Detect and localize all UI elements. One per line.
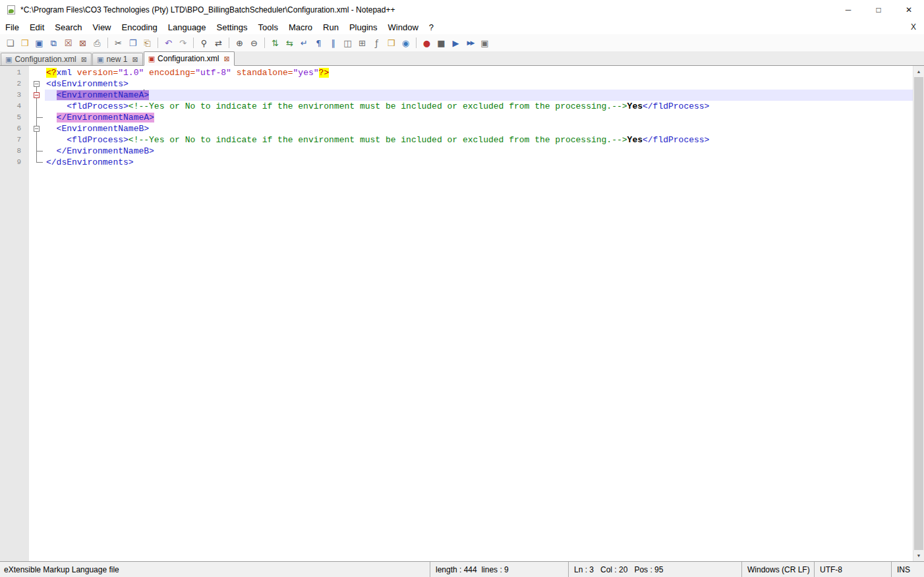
tab-close-icon[interactable]: ⊠ <box>81 56 87 63</box>
line-number-margin[interactable]: 123456789 <box>0 66 29 561</box>
open-folder-icon[interactable]: ❒ <box>18 37 31 49</box>
code-line-2[interactable]: <dsEnvironments> <box>45 78 913 90</box>
title-bar: *C:\Program Files\CO3 Technologies (Pty)… <box>0 0 924 20</box>
tab-close-icon[interactable]: ⊠ <box>132 56 138 63</box>
code-line-9[interactable]: </dsEnvironments> <box>45 157 913 168</box>
tab-2-new-1[interactable]: ▣new 1⊠ <box>92 53 143 65</box>
zoom-out-icon: ⊖ <box>250 39 258 47</box>
menu-item-encoding[interactable]: Encoding <box>117 20 163 34</box>
record-macro-icon[interactable]: ● <box>420 37 433 49</box>
find-icon: ⚲ <box>201 39 208 47</box>
playback-macro-icon[interactable]: ▶ <box>449 37 462 49</box>
code-line-7[interactable]: <fldProcess><!--Yes or No to indicate if… <box>45 134 913 146</box>
vertical-scrollbar[interactable]: ▲ ▼ <box>913 66 924 561</box>
code-line-6[interactable]: <EnvironmentNameB> <box>45 123 913 134</box>
saved-file-icon: ▣ <box>97 56 103 63</box>
show-indent-guide-icon[interactable]: ∥ <box>327 37 339 49</box>
menu-item-file[interactable]: File <box>0 20 24 34</box>
save-all-icon: ⧉ <box>51 39 57 47</box>
replace-icon[interactable]: ⇄ <box>212 37 225 49</box>
find-icon[interactable]: ⚲ <box>198 37 210 49</box>
save-all-icon[interactable]: ⧉ <box>47 37 60 49</box>
sync-vertical-scroll-icon: ⇅ <box>272 39 279 47</box>
fold-guide <box>29 101 45 112</box>
zoom-in-icon[interactable]: ⊕ <box>233 37 246 49</box>
cut-icon[interactable]: ✂ <box>112 37 125 49</box>
paste-icon[interactable]: ⎗ <box>141 37 154 49</box>
maximize-button[interactable]: □ <box>863 0 894 20</box>
zoom-in-icon: ⊕ <box>236 39 243 47</box>
redo-icon[interactable]: ↷ <box>177 37 189 49</box>
word-wrap-icon[interactable]: ↵ <box>298 37 310 49</box>
scroll-track[interactable] <box>913 77 924 550</box>
scroll-thumb[interactable] <box>914 77 923 550</box>
menu-item-language[interactable]: Language <box>163 20 212 34</box>
menu-item-plugins[interactable]: Plugins <box>344 20 383 34</box>
tab-label: Configuration.xml <box>158 55 219 63</box>
minimize-button[interactable]: ─ <box>833 0 863 20</box>
code-line-8[interactable]: </EnvironmentNameB> <box>45 146 913 157</box>
menu-item-window[interactable]: Window <box>383 20 424 34</box>
folder-as-workspace-icon[interactable]: ❒ <box>385 37 397 49</box>
scroll-down-arrow-icon[interactable]: ▼ <box>913 550 924 561</box>
document-map-icon[interactable]: ⊞ <box>356 37 368 49</box>
tab-label: new 1 <box>106 55 127 63</box>
stop-recording-icon[interactable]: ■ <box>435 37 448 49</box>
status-doctype: eXtensible Markup Language file <box>0 562 430 577</box>
menu-item-edit[interactable]: Edit <box>24 20 49 34</box>
sync-horizontal-scroll-icon[interactable]: ⇆ <box>283 37 296 49</box>
menu-item-search[interactable]: Search <box>49 20 87 34</box>
run-macro-multiple-times-icon[interactable]: ▶▶ <box>464 37 476 49</box>
close-all-icon[interactable]: ⊠ <box>76 37 89 49</box>
undo-icon[interactable]: ↶ <box>162 37 175 49</box>
status-bar: eXtensible Markup Language file length :… <box>0 561 924 577</box>
tab-1-configuration-xml[interactable]: ▣Configuration.xml⊠ <box>1 53 92 65</box>
tab-label: Configuration.xml <box>14 55 76 63</box>
saved-file-icon: ▣ <box>5 56 12 63</box>
tab-close-icon[interactable]: ⊠ <box>223 55 229 63</box>
code-line-1[interactable]: <?xml version="1.0" encoding="utf-8" sta… <box>45 67 913 78</box>
menu-item-settings[interactable]: Settings <box>212 20 253 34</box>
toolbar-separator <box>158 38 158 48</box>
menu-item-macro[interactable]: Macro <box>283 20 318 34</box>
fold-toggle-icon[interactable] <box>29 90 45 101</box>
print-icon[interactable]: ⎙ <box>91 37 103 49</box>
close-button[interactable]: ✕ <box>894 0 924 20</box>
redo-icon: ↷ <box>179 39 187 47</box>
copy-icon[interactable]: ❐ <box>127 37 139 49</box>
show-all-characters-icon: ¶ <box>316 39 321 47</box>
close-all-icon: ⊠ <box>79 39 86 47</box>
save-icon[interactable]: ▣ <box>33 37 45 49</box>
fold-toggle-icon[interactable] <box>29 78 45 90</box>
show-indent-guide-icon: ∥ <box>331 39 335 47</box>
menu-item-tools[interactable]: Tools <box>253 20 283 34</box>
sync-horizontal-scroll-icon: ⇆ <box>286 39 293 47</box>
open-folder-icon: ❒ <box>21 39 29 47</box>
text-editor[interactable]: <?xml version="1.0" encoding="utf-8" sta… <box>45 66 913 561</box>
menu-item-help[interactable]: ? <box>424 20 439 34</box>
code-line-4[interactable]: <fldProcess><!--Yes or No to indicate if… <box>45 101 913 112</box>
menu-item-view[interactable]: View <box>88 20 117 34</box>
fold-toggle-icon[interactable] <box>29 123 45 134</box>
fold-guide <box>29 134 45 146</box>
zoom-out-icon[interactable]: ⊖ <box>248 37 260 49</box>
menu-close-button[interactable]: X <box>903 22 924 32</box>
monitoring-icon[interactable]: ◉ <box>399 37 412 49</box>
code-line-5[interactable]: </EnvironmentNameA> <box>45 112 913 123</box>
status-insert-mode: INS <box>891 562 924 577</box>
menu-bar: FileEditSearchViewEncodingLanguageSettin… <box>0 20 924 34</box>
code-line-3[interactable]: <EnvironmentNameA> <box>45 90 913 101</box>
user-defined-dialog-icon[interactable]: ◫ <box>341 37 354 49</box>
scroll-up-arrow-icon[interactable]: ▲ <box>913 66 924 77</box>
notepadpp-app-icon <box>6 5 16 15</box>
menu-item-run[interactable]: Run <box>318 20 344 34</box>
show-all-characters-icon[interactable]: ¶ <box>312 37 325 49</box>
save-recorded-macro-icon[interactable]: ▣ <box>478 37 491 49</box>
close-file-icon[interactable]: ☒ <box>62 37 74 49</box>
fold-margin[interactable] <box>29 66 45 561</box>
function-list-icon[interactable]: ƒ <box>370 37 383 49</box>
sync-vertical-scroll-icon[interactable]: ⇅ <box>269 37 281 49</box>
new-file-icon[interactable]: ❏ <box>4 37 16 49</box>
toolbar-separator <box>416 38 417 48</box>
tab-3-configuration-xml[interactable]: ▣Configuration.xml⊠ <box>144 51 235 66</box>
